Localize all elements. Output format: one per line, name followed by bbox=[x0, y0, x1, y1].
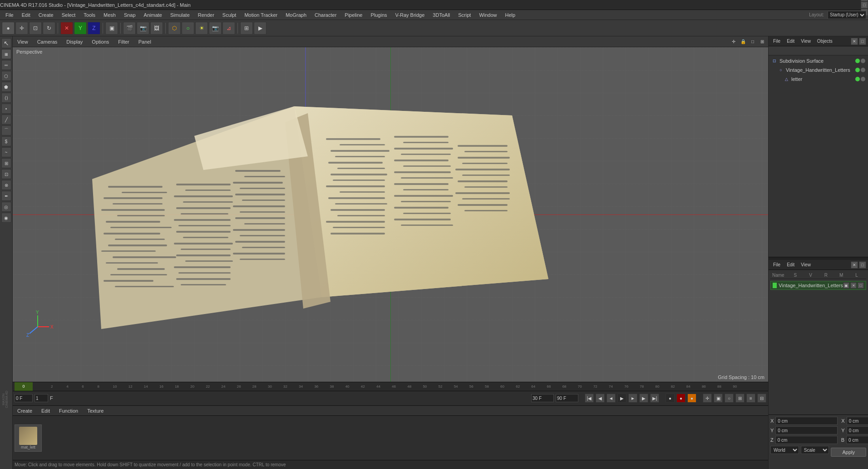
btn-snap[interactable]: ⊞ bbox=[735, 394, 745, 403]
obj-icon-1[interactable]: ✕ bbox=[851, 38, 858, 45]
vp-menu-options[interactable]: Options bbox=[89, 38, 112, 45]
menu-select[interactable]: Select bbox=[58, 11, 79, 19]
material-item-mat_lett[interactable]: mat_lett bbox=[15, 424, 42, 452]
attr-icon-2[interactable]: □ bbox=[859, 261, 866, 269]
tool-light[interactable]: ☀ bbox=[195, 22, 208, 35]
attr-tab-file[interactable]: File bbox=[770, 261, 783, 268]
btn-goto-start[interactable]: |◀ bbox=[585, 394, 594, 403]
obj-tab-view[interactable]: View bbox=[798, 38, 814, 45]
mat-menu-edit[interactable]: Edit bbox=[39, 407, 53, 414]
menu-script[interactable]: Script bbox=[454, 11, 474, 19]
vp-menu-filter[interactable]: Filter bbox=[115, 38, 132, 45]
tool-sphere[interactable]: ○ bbox=[182, 22, 194, 35]
menu-vray[interactable]: V-Ray Bridge bbox=[392, 11, 429, 19]
tool-viewport[interactable]: ⊞ bbox=[240, 22, 253, 35]
coord-y2-field[interactable] bbox=[847, 426, 868, 434]
obj-item-vintage[interactable]: ○ Vintage_Handwritten_Letters bbox=[769, 65, 867, 75]
menu-plugins[interactable]: Plugins bbox=[367, 11, 390, 19]
coord-world-dropdown[interactable]: World Object bbox=[770, 446, 799, 454]
vp-menu-view[interactable]: View bbox=[15, 38, 31, 45]
left-tool-checkerboard[interactable]: ▦ bbox=[1, 49, 11, 59]
menu-tools[interactable]: Tools bbox=[80, 11, 99, 19]
tool-cube[interactable]: ⬡ bbox=[168, 22, 181, 35]
menu-render[interactable]: Render bbox=[194, 11, 218, 19]
obj-icon-2[interactable]: □ bbox=[859, 38, 866, 45]
coord-scale-dropdown[interactable]: Scale Size bbox=[801, 446, 829, 454]
obj-tab-objects[interactable]: Objects bbox=[814, 38, 835, 45]
left-tool-spiral[interactable]: $ bbox=[1, 136, 11, 146]
left-tool-lock[interactable]: ⊡ bbox=[1, 169, 11, 179]
mat-menu-function[interactable]: Function bbox=[56, 407, 81, 414]
maximize-button[interactable]: □ bbox=[861, 1, 868, 9]
tool-x[interactable]: ✕ bbox=[60, 22, 73, 35]
tool-z[interactable]: Z bbox=[88, 22, 100, 35]
menu-snap[interactable]: Snap bbox=[120, 11, 139, 19]
left-tool-unknown1[interactable]: ◎ bbox=[1, 202, 11, 212]
attr-icon-1[interactable]: ✕ bbox=[851, 261, 858, 269]
btn-layer[interactable]: ≡ bbox=[746, 394, 755, 403]
left-tool-plane[interactable]: ═ bbox=[1, 60, 11, 70]
attr-tab-edit[interactable]: Edit bbox=[784, 261, 797, 268]
left-tool-point[interactable]: • bbox=[1, 104, 11, 114]
vp-menu-panel[interactable]: Panel bbox=[136, 38, 154, 45]
left-tool-grid[interactable]: ⊞ bbox=[1, 158, 11, 168]
mat-menu-texture[interactable]: Texture bbox=[84, 407, 106, 414]
tool-deformer[interactable]: ⊿ bbox=[222, 22, 235, 35]
coord-x2-field[interactable] bbox=[847, 417, 868, 425]
tool-y[interactable]: Y bbox=[74, 22, 87, 35]
btn-play[interactable]: ▶ bbox=[617, 394, 626, 403]
left-tool-line[interactable]: ╱ bbox=[1, 115, 11, 125]
vp-icon-move[interactable]: ✛ bbox=[730, 38, 738, 46]
frame-start-field[interactable] bbox=[15, 394, 33, 402]
material-attr-row[interactable]: Vintage_Handwritten_Letters ▣ ✕ □ bbox=[770, 281, 866, 290]
obj-tab-edit[interactable]: Edit bbox=[784, 38, 797, 45]
btn-options[interactable]: ⊟ bbox=[757, 394, 766, 403]
btn-next-keyframe[interactable]: ► bbox=[628, 394, 637, 403]
frame-max-field[interactable] bbox=[556, 394, 578, 402]
left-tool-magnet[interactable]: ⊗ bbox=[1, 180, 11, 190]
menu-edit[interactable]: Edit bbox=[18, 11, 34, 19]
btn-goto-end[interactable]: ▶| bbox=[650, 394, 659, 403]
left-tool-object[interactable]: ⬡ bbox=[1, 71, 11, 81]
layout-dropdown[interactable]: Startup (User) bbox=[828, 11, 866, 19]
tool-render2[interactable]: 📷 bbox=[137, 22, 149, 35]
left-tool-edge[interactable]: ⟨⟩ bbox=[1, 93, 11, 103]
left-tool-unknown2[interactable]: ◉ bbox=[1, 213, 11, 223]
mat-btn-2[interactable]: ✕ bbox=[850, 282, 857, 289]
menu-sculpt[interactable]: Sculpt bbox=[219, 11, 240, 19]
left-tool-brush[interactable]: ✒ bbox=[1, 191, 11, 201]
menu-create[interactable]: Create bbox=[35, 11, 57, 19]
tool-camera[interactable]: 📷 bbox=[209, 22, 222, 35]
menu-simulate[interactable]: Simulate bbox=[167, 11, 193, 19]
menu-file[interactable]: File bbox=[2, 11, 17, 19]
tool-render[interactable]: 🎬 bbox=[123, 22, 136, 35]
btn-prev-keyframe[interactable]: ◄ bbox=[607, 394, 616, 403]
attr-tab-view[interactable]: View bbox=[798, 261, 814, 268]
coord-x-field[interactable] bbox=[775, 417, 838, 425]
btn-keyframe-all[interactable]: ✛ bbox=[703, 394, 712, 403]
menu-mesh[interactable]: Mesh bbox=[100, 11, 119, 19]
vp-icon-lock[interactable]: 🔒 bbox=[739, 38, 747, 46]
btn-record-active[interactable]: ● bbox=[687, 394, 696, 403]
btn-next-frame[interactable]: ▶ bbox=[639, 394, 648, 403]
btn-auto-key[interactable]: ● bbox=[666, 394, 675, 403]
menu-window[interactable]: Window bbox=[475, 11, 500, 19]
menu-3dtoall[interactable]: 3DToAll bbox=[429, 11, 454, 19]
frame-current-field[interactable] bbox=[35, 394, 48, 402]
mat-btn-3[interactable]: □ bbox=[858, 282, 864, 289]
vp-icon-camera[interactable]: □ bbox=[749, 38, 757, 46]
menu-character[interactable]: Character bbox=[311, 11, 340, 19]
btn-record[interactable]: ● bbox=[676, 394, 686, 403]
menu-help[interactable]: Help bbox=[502, 11, 519, 19]
tool-scale[interactable]: ⊡ bbox=[29, 22, 42, 35]
vp-menu-cameras[interactable]: Cameras bbox=[35, 38, 60, 45]
mat-menu-create[interactable]: Create bbox=[15, 407, 35, 414]
coord-z2-field[interactable] bbox=[846, 436, 868, 444]
vp-icon-fullscreen[interactable]: ⊞ bbox=[758, 38, 766, 46]
apply-button[interactable]: Apply bbox=[831, 448, 866, 457]
tool-rotate[interactable]: ↻ bbox=[43, 22, 55, 35]
left-tool-polygon[interactable]: ⬟ bbox=[1, 82, 11, 92]
left-tool-curve[interactable]: ~ bbox=[1, 147, 11, 157]
mat-btn-1[interactable]: ▣ bbox=[843, 282, 849, 289]
frame-end-field[interactable] bbox=[531, 394, 554, 402]
